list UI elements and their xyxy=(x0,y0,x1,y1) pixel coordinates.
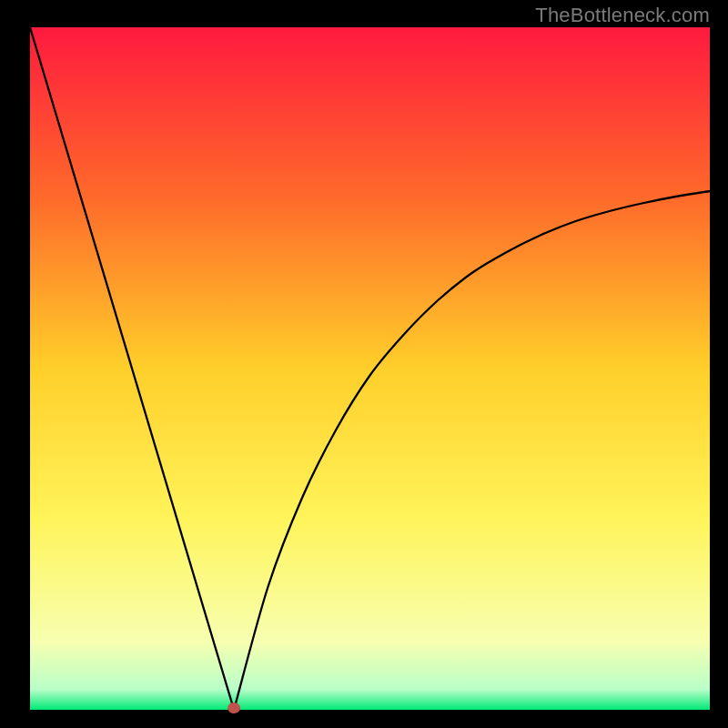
chart-frame: TheBottleneck.com xyxy=(0,0,728,728)
bottleneck-chart xyxy=(0,0,728,728)
optimum-marker xyxy=(228,703,240,713)
